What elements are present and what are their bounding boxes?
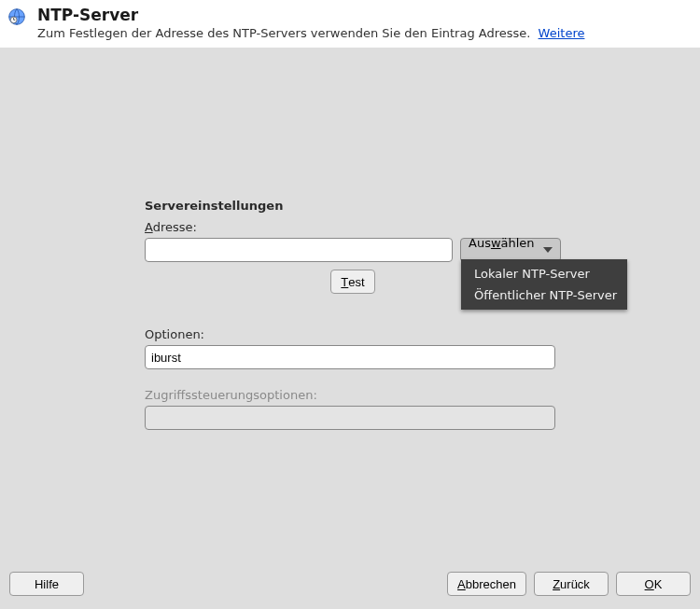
chevron-down-icon	[543, 247, 553, 253]
options-input[interactable]	[145, 345, 555, 369]
address-input[interactable]	[145, 238, 453, 262]
body: Servereinstellungen Adresse: Auswählen .…	[0, 48, 700, 563]
cancel-button[interactable]: Abbrechen	[447, 572, 526, 596]
access-label: Zugriffssteuerungsoptionen:	[145, 388, 561, 402]
section-title: Servereinstellungen	[145, 199, 561, 213]
header: NTP-Server Zum Festlegen der Adresse des…	[0, 0, 700, 48]
menu-item-local-ntp[interactable]: Lokaler NTP-Server	[461, 263, 627, 284]
page-subtitle: Zum Festlegen der Adresse des NTP-Server…	[37, 26, 584, 40]
options-label: Optionen:	[145, 327, 561, 341]
more-link[interactable]: Weitere	[539, 26, 585, 40]
address-label: Adresse:	[145, 220, 561, 234]
menu-item-public-ntp[interactable]: Öffentlicher NTP-Server	[461, 284, 627, 306]
select-server-menu: Lokaler NTP-Server Öffentlicher NTP-Serv…	[461, 259, 627, 310]
server-settings-form: Servereinstellungen Adresse: Auswählen .…	[145, 199, 561, 430]
test-button[interactable]: Test	[330, 270, 374, 294]
ok-button[interactable]: OK	[616, 572, 691, 596]
help-button[interactable]: Hilfe	[9, 572, 84, 596]
back-button[interactable]: Zurück	[534, 572, 609, 596]
subtitle-text: Zum Festlegen der Adresse des NTP-Server…	[37, 26, 530, 40]
access-input	[145, 406, 555, 430]
page-title: NTP-Server	[37, 6, 584, 24]
footer: Hilfe Abbrechen Zurück OK	[0, 564, 700, 609]
ntp-globe-icon	[7, 6, 32, 40]
